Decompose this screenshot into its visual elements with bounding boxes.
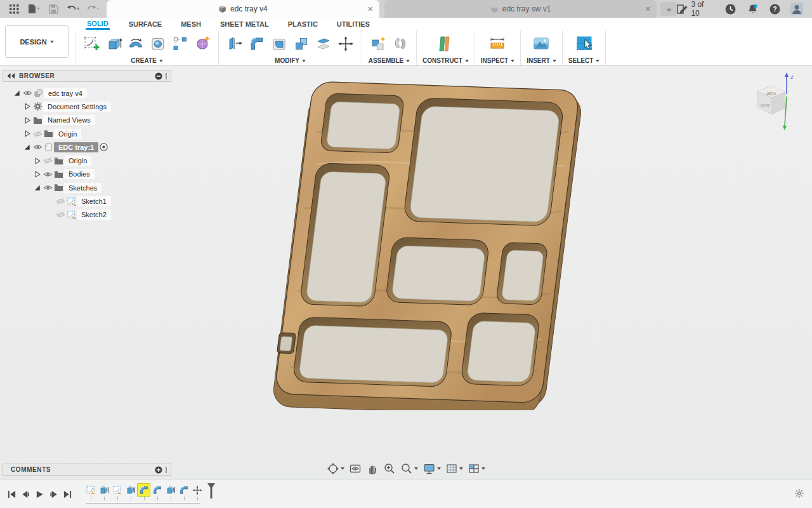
visibility-off-icon[interactable] bbox=[43, 156, 53, 166]
rectangular-pattern-button[interactable] bbox=[170, 34, 190, 54]
panel-grip[interactable] bbox=[166, 73, 167, 79]
modify-menu[interactable]: MODIFY bbox=[275, 57, 306, 65]
tree-item-origin[interactable]: Origin bbox=[3, 127, 171, 140]
select-button[interactable] bbox=[573, 32, 596, 55]
look-at-tool[interactable] bbox=[349, 462, 362, 475]
tree-item-named-views[interactable]: Named Views bbox=[3, 114, 171, 127]
visibility-eye-icon[interactable] bbox=[43, 183, 53, 193]
expander-icon[interactable] bbox=[22, 129, 32, 139]
tab-mesh[interactable]: MESH bbox=[171, 18, 211, 30]
fit-tool[interactable] bbox=[400, 462, 418, 475]
timeline-position-marker[interactable] bbox=[207, 483, 216, 499]
panel-grip[interactable] bbox=[166, 467, 167, 473]
timeline-feature-sketch2[interactable] bbox=[111, 484, 123, 496]
insert-menu[interactable]: INSERT bbox=[527, 57, 556, 65]
expander-icon[interactable] bbox=[32, 169, 43, 179]
joint-button[interactable] bbox=[390, 34, 410, 54]
expander-icon[interactable] bbox=[22, 115, 32, 125]
history-clock-icon[interactable] bbox=[724, 3, 737, 15]
app-grid-icon[interactable] bbox=[8, 3, 20, 15]
browser-header[interactable]: BROWSER bbox=[3, 70, 171, 82]
display-settings-tool[interactable] bbox=[422, 462, 441, 475]
timeline-settings-gear-icon[interactable] bbox=[794, 488, 804, 498]
expander-icon[interactable] bbox=[22, 102, 32, 112]
insert-image-button[interactable] bbox=[530, 32, 553, 55]
help-icon[interactable]: ? bbox=[768, 3, 781, 15]
shell-button[interactable] bbox=[269, 34, 289, 54]
select-menu[interactable]: SELECT bbox=[568, 57, 599, 65]
zoom-tool[interactable] bbox=[383, 462, 396, 475]
create-sketch-button[interactable] bbox=[81, 34, 102, 54]
new-component-button[interactable] bbox=[368, 34, 388, 54]
timeline-feature-fillet3[interactable] bbox=[178, 484, 190, 496]
display-settings-icon[interactable] bbox=[155, 72, 162, 80]
step-forward-button[interactable] bbox=[48, 489, 59, 500]
viewports-tool[interactable] bbox=[468, 462, 485, 475]
play-button[interactable] bbox=[34, 489, 45, 500]
fillet-button[interactable] bbox=[247, 34, 267, 54]
viewport-canvas[interactable]: TOP BACK Z BROWSER edc tray v4 bbox=[0, 66, 812, 480]
inspect-menu[interactable]: INSPECT bbox=[481, 57, 514, 65]
visibility-eye-icon[interactable] bbox=[22, 88, 33, 98]
activate-component-radio[interactable] bbox=[98, 142, 109, 152]
visibility-eye-icon[interactable] bbox=[32, 142, 43, 152]
go-to-start-button[interactable] bbox=[6, 489, 17, 500]
visibility-eye-icon[interactable] bbox=[43, 169, 53, 179]
construction-plane-button[interactable] bbox=[434, 32, 457, 55]
timeline-feature-move[interactable] bbox=[191, 484, 203, 496]
step-back-button[interactable] bbox=[20, 489, 31, 500]
tree-item-root-document[interactable]: edc tray v4 bbox=[3, 86, 171, 100]
timeline-feature-extrude1[interactable] bbox=[98, 484, 110, 496]
add-comment-icon[interactable] bbox=[155, 466, 162, 474]
close-tab-icon[interactable]: × bbox=[368, 0, 373, 18]
tree-item-sketches[interactable]: Sketches bbox=[3, 181, 171, 194]
timeline-feature-extrude3[interactable] bbox=[164, 484, 176, 496]
pan-tool[interactable] bbox=[366, 462, 379, 475]
hole-button[interactable] bbox=[148, 34, 168, 54]
tab-utilities[interactable]: UTILITIES bbox=[327, 18, 379, 30]
create-form-button[interactable] bbox=[192, 34, 213, 54]
visibility-off-icon[interactable] bbox=[55, 210, 66, 220]
notifications-bell-icon[interactable] bbox=[746, 3, 759, 15]
combine-button[interactable] bbox=[291, 34, 311, 54]
move-copy-button[interactable] bbox=[336, 34, 356, 54]
tab-surface[interactable]: SURFACE bbox=[119, 18, 172, 30]
tab-sheet-metal[interactable]: SHEET METAL bbox=[211, 18, 278, 30]
view-cube[interactable]: TOP BACK Z bbox=[749, 71, 798, 135]
user-avatar[interactable] bbox=[790, 3, 803, 15]
job-status[interactable]: 3 of 10 bbox=[677, 0, 714, 18]
workspace-switcher[interactable]: DESIGN bbox=[5, 25, 69, 58]
visibility-off-icon[interactable] bbox=[32, 129, 43, 139]
press-pull-button[interactable] bbox=[225, 34, 245, 54]
expander-icon[interactable] bbox=[32, 183, 43, 193]
undo-icon[interactable] bbox=[67, 3, 79, 15]
construct-menu[interactable]: CONSTRUCT bbox=[422, 57, 469, 65]
new-tab-button[interactable]: + bbox=[660, 2, 677, 16]
comments-header[interactable]: COMMENTS bbox=[3, 464, 171, 476]
file-menu-icon[interactable] bbox=[27, 3, 40, 15]
create-menu[interactable]: CREATE bbox=[131, 57, 162, 65]
tree-item-sketch1[interactable]: Sketch1 bbox=[3, 194, 171, 208]
offset-face-button[interactable] bbox=[313, 34, 334, 54]
timeline-feature-fillet1-selected[interactable] bbox=[138, 484, 150, 496]
visibility-off-icon[interactable] bbox=[55, 196, 66, 206]
tab-solid[interactable]: SOLID bbox=[76, 18, 119, 30]
tree-item-component-origin[interactable]: Origin bbox=[3, 154, 171, 167]
go-to-end-button[interactable] bbox=[62, 489, 73, 500]
revolve-button[interactable] bbox=[126, 34, 146, 54]
expander-icon[interactable] bbox=[11, 88, 22, 98]
document-tab-inactive[interactable]: edc tray sw v1 × bbox=[384, 0, 657, 18]
orbit-tool[interactable] bbox=[327, 462, 344, 475]
tree-item-document-settings[interactable]: Document Settings bbox=[3, 100, 171, 113]
grid-settings-tool[interactable] bbox=[445, 462, 463, 475]
expander-icon[interactable] bbox=[22, 142, 32, 152]
collapse-panel-icon[interactable] bbox=[7, 73, 15, 79]
timeline-feature-extrude2[interactable] bbox=[124, 484, 136, 496]
edc-tray-model[interactable] bbox=[261, 65, 594, 410]
tree-item-edc-tray-component[interactable]: EDC tray:1 bbox=[3, 140, 171, 154]
timeline-feature-sketch1[interactable] bbox=[84, 484, 96, 496]
save-icon[interactable] bbox=[47, 3, 60, 15]
tree-item-bodies[interactable]: Bodies bbox=[3, 168, 171, 181]
assemble-menu[interactable]: ASSEMBLE bbox=[369, 57, 410, 65]
measure-button[interactable] bbox=[486, 32, 509, 55]
